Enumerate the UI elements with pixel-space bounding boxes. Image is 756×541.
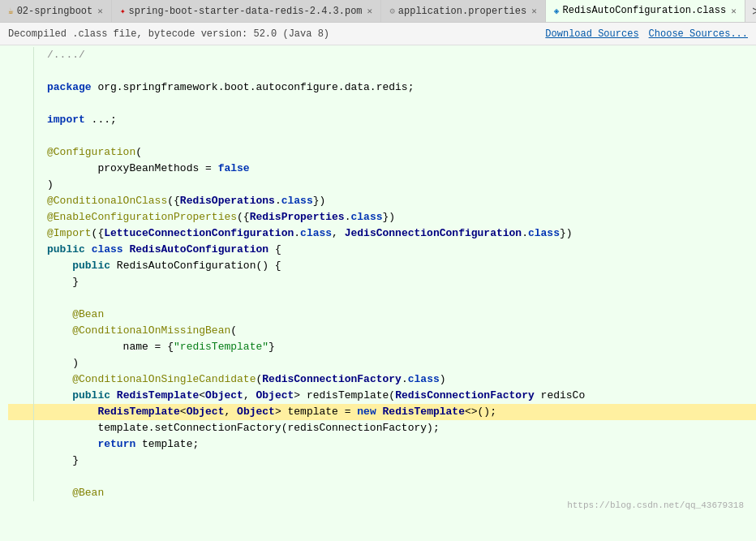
code-line-5: import ...; xyxy=(8,112,756,128)
class-icon: ◈ xyxy=(554,6,560,16)
watermark-text: https://blog.csdn.net/qq_43679318 xyxy=(567,497,744,513)
tab-class[interactable]: ◈ RedisAutoConfiguration.class ✕ xyxy=(546,0,745,23)
code-line-22: public RedisTemplate<Object, Object> red… xyxy=(8,388,756,404)
code-line-7: @Configuration( xyxy=(8,144,756,161)
code-line-4 xyxy=(8,96,756,112)
tab-label-pom: spring-boot-starter-data-redis-2.4.3.pom xyxy=(129,6,363,17)
code-line-24: template.setConnectionFactory(redisConne… xyxy=(8,420,756,436)
code-editor: /..../ package org.springframework.boot.… xyxy=(0,45,756,541)
code-line-23: RedisTemplate<Object, Object> template =… xyxy=(8,404,756,420)
code-line-19: name = {"redisTemplate"} xyxy=(8,339,756,355)
code-line-10: @ConditionalOnClass({RedisOperations.cla… xyxy=(8,193,756,209)
code-line-21: @ConditionalOnSingleCandidate(RedisConne… xyxy=(8,371,756,388)
info-bar: Decompiled .class file, bytecode version… xyxy=(0,23,756,45)
code-line-17: @Bean xyxy=(8,307,756,323)
code-line-9: ) xyxy=(8,177,756,193)
choose-sources-button[interactable]: Choose Sources... xyxy=(649,28,748,40)
code-line-13: public class RedisAutoConfiguration { xyxy=(8,242,756,258)
tab-label-class: RedisAutoConfiguration.class xyxy=(562,5,726,16)
tab-close-props[interactable]: ✕ xyxy=(531,6,537,16)
download-sources-button[interactable]: Download Sources xyxy=(545,28,638,40)
code-line-27 xyxy=(8,469,756,485)
code-line-11: @EnableConfigurationProperties({RedisPro… xyxy=(8,209,756,225)
code-line-15: } xyxy=(8,274,756,290)
code-line-18: @ConditionalOnMissingBean( xyxy=(8,323,756,339)
code-line-1: /..../ xyxy=(8,47,756,63)
xml-icon: ✦ xyxy=(120,6,126,16)
code-line-20: ) xyxy=(8,355,756,371)
tab-props[interactable]: ⚙ application.properties ✕ xyxy=(381,0,546,23)
tab-close-class[interactable]: ✕ xyxy=(731,6,737,16)
java-icon: ☕ xyxy=(8,6,14,16)
info-bar-actions: Download Sources Choose Sources... xyxy=(545,28,748,40)
code-line-12: @Import({LettuceConnectionConfiguration.… xyxy=(8,225,756,242)
code-line-26: } xyxy=(8,453,756,469)
tab-springboot[interactable]: ☕ 02-springboot ✕ xyxy=(0,0,112,23)
tab-close-springboot[interactable]: ✕ xyxy=(97,6,103,16)
file-info-text: Decompiled .class file, bytecode version… xyxy=(8,28,329,40)
code-line-2 xyxy=(8,63,756,79)
code-scroll-area[interactable]: /..../ package org.springframework.boot.… xyxy=(0,45,756,541)
code-line-14: public RedisAutoConfiguration() { xyxy=(8,258,756,274)
code-line-16 xyxy=(8,290,756,307)
tab-close-pom[interactable]: ✕ xyxy=(367,6,373,16)
code-line-25: return template; xyxy=(8,436,756,453)
tab-pom[interactable]: ✦ spring-boot-starter-data-redis-2.4.3.p… xyxy=(112,0,381,23)
code-line-8: proxyBeanMethods = false xyxy=(8,161,756,177)
code-line-3: package org.springframework.boot.autocon… xyxy=(8,79,756,96)
watermark-spacer: https://blog.csdn.net/qq_43679318 xyxy=(8,501,756,517)
tab-label-props: application.properties xyxy=(398,6,526,17)
tab-bar: ☕ 02-springboot ✕ ✦ spring-boot-starter-… xyxy=(0,0,756,23)
props-icon: ⚙ xyxy=(389,6,395,16)
tab-label-springboot: 02-springboot xyxy=(17,6,93,17)
code-line-6 xyxy=(8,128,756,144)
tab-overflow-button[interactable]: ≫ xyxy=(745,4,756,18)
